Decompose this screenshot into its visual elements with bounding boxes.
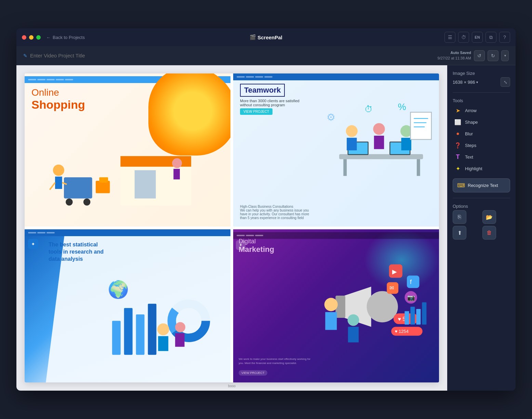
teamwork-service-title: High-Class Business Consultations — [240, 205, 309, 208]
digital-logo: ✦ — [236, 240, 245, 250]
shopping-title-online: Online — [31, 87, 85, 98]
back-label: Back to Projects — [53, 35, 85, 40]
tool-blur[interactable]: ● Blur — [453, 128, 510, 139]
redo-button[interactable]: ↻ — [488, 50, 498, 61]
upload-button[interactable]: ⬆ — [453, 226, 466, 240]
steps-tool-icon: ❓ — [454, 141, 462, 149]
slide-stats[interactable]: ✦ The best statistical tools in research… — [25, 229, 230, 382]
svg-rect-26 — [401, 138, 411, 150]
undo-icon: ↺ — [477, 53, 481, 58]
digital-view-project[interactable]: VIEW PROJECT — [239, 370, 267, 376]
undo-button[interactable]: ↺ — [474, 50, 485, 61]
auto-saved-status: Auto Saved 9/27/22 at 11:38 AM — [438, 50, 471, 61]
help-button[interactable]: ? — [499, 32, 510, 43]
edit-icon: ✎ — [23, 53, 27, 58]
shopping-title-shopping: Shopping — [31, 98, 85, 111]
dnav-3 — [255, 235, 263, 236]
timer-button[interactable]: ⏱ — [458, 32, 469, 43]
back-to-projects-button[interactable]: ← Back to Projects — [46, 35, 85, 40]
teamwork-cta-button[interactable]: VIEW PROJECT — [240, 108, 272, 115]
trash-icon: 🗑 — [487, 230, 492, 236]
open-folder-button[interactable]: 📂 — [482, 210, 496, 224]
delete-button[interactable]: 🗑 — [482, 226, 496, 240]
stats-heading-2: tools in research and — [49, 248, 104, 256]
svg-point-23 — [373, 123, 385, 135]
tool-steps[interactable]: ❓ Steps — [453, 139, 510, 151]
recognize-text-button[interactable]: ⌨ Recognize Text — [453, 178, 510, 192]
highlight-tool-icon: ✦ — [454, 165, 462, 172]
app-logo: 🎬 ScreenPal — [250, 34, 282, 40]
svg-point-1 — [66, 199, 73, 206]
maximize-button[interactable] — [36, 35, 41, 40]
tool-highlight[interactable]: ✦ Highlight — [453, 163, 510, 174]
app-window: ← Back to Projects 🎬 ScreenPal ☰ ⏱ EN ⧉ … — [16, 28, 516, 391]
close-button[interactable] — [22, 35, 26, 40]
slide-digital[interactable]: ✦ Digital Marketing ▶ — [233, 229, 439, 382]
menu-list-icon: ☰ — [448, 35, 452, 40]
svg-rect-22 — [347, 138, 357, 150]
image-size-value[interactable]: 1638 × 986 ▾ — [453, 80, 478, 85]
svg-rect-50 — [407, 275, 420, 288]
svg-rect-67 — [422, 302, 426, 324]
snav-3 — [46, 232, 55, 233]
svg-rect-0 — [64, 177, 92, 199]
svg-rect-15 — [343, 159, 347, 176]
slide-shopping[interactable]: Online Shopping — [25, 73, 230, 227]
snav-1 — [28, 232, 36, 233]
teamwork-title: Teamwork — [240, 84, 285, 97]
digital-cta: VIEW PROJECT — [239, 369, 267, 376]
title-bar: ← Back to Projects 🎬 ScreenPal ☰ ⏱ EN ⧉ … — [16, 28, 516, 46]
resize-button[interactable]: ⤡ — [501, 77, 510, 87]
language-button[interactable]: EN — [472, 32, 483, 43]
svg-rect-12 — [96, 181, 110, 193]
project-title-input[interactable] — [30, 53, 133, 58]
image-grid: Online Shopping — [25, 73, 439, 382]
tool-text[interactable]: T Text — [453, 151, 510, 163]
main-content: Online Shopping — [16, 65, 516, 391]
blur-tool-label: Blur — [465, 131, 473, 136]
slide-teamwork[interactable]: Teamwork More than 3000 clients are sati… — [233, 73, 439, 227]
svg-text:%: % — [398, 102, 406, 112]
tool-shape[interactable]: ⬜ Shape — [453, 116, 510, 128]
svg-rect-42 — [158, 336, 168, 351]
language-label: EN — [475, 35, 480, 39]
stats-illustration: 🌍 — [104, 280, 227, 379]
nav-items — [28, 79, 73, 80]
project-bar: ✎ Auto Saved 9/27/22 at 11:38 AM ↺ ↻ ▾ — [16, 46, 516, 65]
digital-nav-items — [237, 235, 263, 236]
tools-section: Tools ➤ Arrow ⬜ Shape ● Blur ❓ Steps — [453, 98, 510, 174]
svg-rect-64 — [404, 311, 409, 325]
redo-icon: ↻ — [491, 53, 495, 58]
copy-button[interactable]: ⎘ — [453, 210, 466, 224]
nav-item-3 — [46, 79, 55, 80]
layers-button[interactable]: ⧉ — [486, 32, 496, 43]
tool-arrow[interactable]: ➤ Arrow — [453, 105, 510, 116]
svg-rect-63 — [348, 327, 358, 342]
back-arrow-icon: ← — [46, 35, 51, 40]
svg-point-62 — [347, 314, 359, 326]
teamwork-service-text: High-Class Business Consultations We can… — [240, 205, 309, 220]
svg-text:♥ 1254: ♥ 1254 — [395, 329, 408, 334]
history-dropdown-button[interactable]: ▾ — [501, 50, 509, 61]
dnav-2 — [246, 235, 254, 236]
svg-point-46 — [367, 291, 398, 322]
tnav-1 — [237, 76, 245, 78]
svg-rect-61 — [325, 312, 337, 330]
svg-rect-35 — [124, 308, 133, 355]
auto-saved-date: 9/27/22 at 11:38 AM — [438, 56, 471, 60]
logo-icon: 🎬 — [250, 34, 256, 40]
stats-heading-1: The best statistical — [49, 241, 104, 248]
teamwork-nav-items — [237, 76, 272, 78]
text-tool-label: Text — [465, 154, 473, 160]
image-size-label: Image Size — [453, 71, 510, 76]
menu-list-button[interactable]: ☰ — [444, 32, 455, 43]
teamwork-illustration: ⚙ ⏱ % — [322, 80, 436, 203]
svg-text:▶: ▶ — [392, 268, 397, 275]
options-divider — [453, 198, 510, 198]
minimize-button[interactable] — [29, 35, 34, 40]
help-icon: ? — [503, 35, 506, 40]
image-size-text: 1638 × 986 — [453, 80, 475, 85]
upload-icon: ⬆ — [457, 230, 462, 236]
tools-divider — [453, 92, 510, 93]
shopping-text: Online Shopping — [31, 87, 85, 111]
